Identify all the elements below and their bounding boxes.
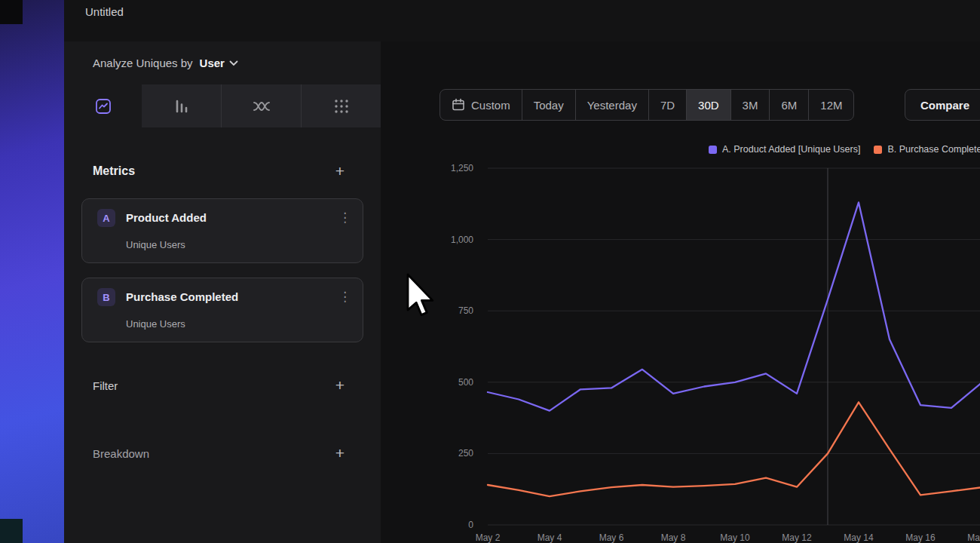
range-button-label: 30D — [698, 99, 719, 112]
breakdown-header: Breakdown + — [93, 438, 349, 468]
range-button-label: 6M — [781, 99, 797, 112]
svg-text:May 8: May 8 — [661, 532, 686, 543]
range-button-label: Today — [534, 99, 564, 112]
filter-label: Filter — [93, 379, 118, 392]
grid-dots-icon — [332, 97, 351, 115]
analyze-label: Analyze Uniques by — [93, 57, 193, 69]
calendar-icon — [452, 98, 465, 112]
metric-subtitle[interactable]: Unique Users — [126, 318, 185, 330]
add-breakdown-button[interactable]: + — [331, 444, 349, 462]
tab-insights[interactable] — [64, 84, 142, 127]
range-button-today[interactable]: Today — [522, 90, 575, 120]
svg-text:1,250: 1,250 — [451, 163, 473, 173]
svg-text:0: 0 — [468, 520, 473, 530]
svg-text:May 16: May 16 — [905, 532, 936, 543]
background-corner-bottom — [0, 519, 23, 543]
funnel-bars-icon — [173, 97, 191, 115]
range-button-label: 7D — [660, 99, 675, 112]
svg-text:May 12: May 12 — [782, 532, 812, 543]
topbar: Untitled — [64, 0, 980, 42]
kebab-menu-icon[interactable]: ⋮ — [338, 288, 351, 306]
metrics-header: Metrics + — [93, 156, 349, 186]
flows-icon — [252, 97, 271, 115]
add-filter-button[interactable]: + — [331, 376, 349, 394]
svg-text:May 14: May 14 — [844, 532, 874, 543]
metric-subtitle[interactable]: Unique Users — [126, 239, 185, 250]
svg-text:750: 750 — [458, 305, 473, 316]
sidebar: Analyze Uniques by User — [64, 41, 381, 543]
analyze-by-value: User — [200, 57, 225, 69]
range-button-custom[interactable]: Custom — [440, 90, 522, 120]
chart-panel: CustomTodayYesterday7D30D3M6M12M Compare… — [381, 41, 980, 543]
kebab-menu-icon[interactable]: ⋮ — [338, 209, 351, 227]
range-button-label: 12M — [820, 99, 842, 112]
svg-text:250: 250 — [458, 448, 473, 459]
metric-title: Purchase Completed — [126, 290, 238, 303]
background-art — [0, 0, 64, 543]
chevron-down-icon — [229, 60, 238, 66]
range-button-12m[interactable]: 12M — [808, 90, 853, 120]
svg-text:May 18: May 18 — [967, 532, 980, 543]
app-window: Untitled Analyze Uniques by User — [0, 0, 980, 543]
tabs-group — [142, 84, 381, 127]
chart-type-tabs — [64, 84, 381, 127]
svg-text:1,000: 1,000 — [451, 235, 473, 245]
svg-text:500: 500 — [458, 377, 473, 388]
compare-label: Compare — [920, 99, 969, 112]
svg-text:May 4: May 4 — [537, 532, 562, 543]
metric-card-a[interactable]: A Product Added ⋮ Unique Users — [81, 198, 363, 263]
range-button-3m[interactable]: 3M — [730, 90, 770, 120]
range-toolbar: CustomTodayYesterday7D30D3M6M12M — [439, 89, 854, 121]
background-corner-top — [0, 0, 23, 24]
range-button-30d[interactable]: 30D — [686, 90, 730, 120]
metric-badge: A — [97, 209, 115, 227]
tab-flows[interactable] — [221, 84, 301, 127]
range-button-label: 3M — [743, 99, 758, 112]
add-metric-button[interactable]: + — [331, 162, 349, 180]
range-button-6m[interactable]: 6M — [769, 90, 808, 120]
svg-text:May 2: May 2 — [476, 532, 501, 543]
tab-funnels[interactable] — [142, 84, 221, 127]
range-button-7d[interactable]: 7D — [648, 90, 686, 120]
analyze-by-dropdown[interactable]: User — [200, 57, 238, 69]
document-title[interactable]: Untitled — [85, 5, 124, 18]
metrics-label: Metrics — [93, 164, 135, 178]
svg-text:May 10: May 10 — [720, 532, 750, 543]
filter-header: Filter + — [93, 370, 349, 400]
compare-button[interactable]: Compare — [905, 89, 980, 121]
breakdown-label: Breakdown — [93, 447, 149, 460]
line-chart: 02505007501,0001,250May 2May 4May 6May 8… — [381, 136, 980, 543]
range-button-label: Custom — [471, 99, 510, 112]
range-button-label: Yesterday — [587, 99, 637, 112]
metric-card-b[interactable]: B Purchase Completed ⋮ Unique Users — [81, 278, 363, 342]
metric-title: Product Added — [126, 211, 207, 224]
analyze-row: Analyze Uniques by User — [64, 41, 381, 84]
svg-text:May 6: May 6 — [599, 532, 624, 543]
range-button-yesterday[interactable]: Yesterday — [575, 90, 648, 120]
tab-apps[interactable] — [301, 84, 381, 127]
metric-badge: B — [97, 288, 115, 306]
line-chart-icon — [94, 97, 112, 115]
